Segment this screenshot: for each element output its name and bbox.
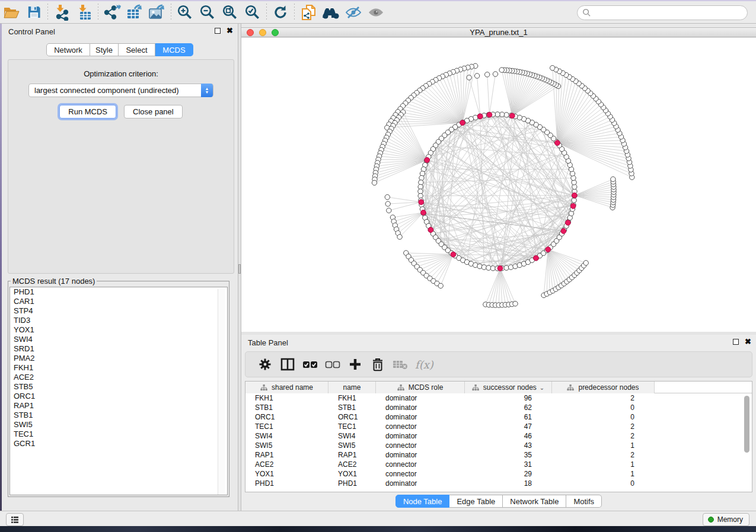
open-file-button[interactable] <box>0 2 23 23</box>
network-window-titlebar[interactable]: YPA_prune.txt_1 <box>241 27 756 37</box>
float-panel-icon[interactable] <box>215 28 221 34</box>
cell-MCDS-role: dominator <box>376 412 465 422</box>
node-table[interactable]: shared namenameMCDS rolesuccessor nodes⌄… <box>245 381 752 492</box>
mcds-result-item[interactable]: CAR1 <box>10 297 227 306</box>
optimization-criterion-select[interactable]: largest connected component (undirected)… <box>28 84 213 97</box>
tab-motifs[interactable]: Motifs <box>566 495 602 508</box>
network-view-panel: YPA_prune.txt_1 <box>241 24 756 332</box>
column-header-shared-name[interactable]: shared name <box>245 382 328 393</box>
deselect-all-rows-button[interactable] <box>321 353 344 376</box>
cell-MCDS-role: connector <box>376 441 465 450</box>
column-header-name[interactable]: name <box>328 382 376 393</box>
new-network-from-selection-button[interactable] <box>297 2 320 23</box>
column-header-predecessor-nodes[interactable]: predecessor nodes <box>552 382 655 393</box>
tab-node-table[interactable]: Node Table <box>395 495 450 508</box>
tab-network-table[interactable]: Network Table <box>503 495 566 508</box>
tab-edge-table[interactable]: Edge Table <box>449 495 503 508</box>
mcds-result-item[interactable]: SRD1 <box>10 344 227 354</box>
mcds-result-item[interactable]: ORC1 <box>10 392 227 401</box>
tab-style[interactable]: Style <box>90 43 119 56</box>
memory-button[interactable]: Memory <box>703 513 749 526</box>
tab-select[interactable]: Select <box>119 43 155 56</box>
search-input[interactable] <box>594 8 736 17</box>
export-network-button[interactable] <box>101 2 123 23</box>
cell-name: ACE2 <box>328 460 376 469</box>
cell-successor-nodes: 31 <box>465 460 552 469</box>
import-table-button[interactable] <box>73 2 95 23</box>
splitter-handle[interactable] <box>238 264 241 274</box>
tab-mcds[interactable]: MCDS <box>155 43 193 56</box>
cell-successor-nodes: 43 <box>465 441 552 450</box>
zoom-in-button[interactable] <box>174 2 196 23</box>
column-header-MCDS-role[interactable]: MCDS role <box>376 382 465 393</box>
mcds-result-item[interactable]: TEC1 <box>10 430 227 439</box>
hide-selected-button[interactable] <box>342 2 365 23</box>
columns-icon <box>280 358 295 371</box>
cell-MCDS-role: connector <box>376 469 465 479</box>
desktop-wallpaper <box>0 526 756 532</box>
list-scrollbar[interactable] <box>218 289 225 495</box>
zoom-fit-button[interactable] <box>219 2 241 23</box>
zoom-selected-button[interactable] <box>241 2 264 23</box>
mcds-result-item[interactable]: SWI4 <box>10 335 227 344</box>
tab-network[interactable]: Network <box>46 43 90 56</box>
mcds-result-item[interactable]: STP4 <box>10 306 227 316</box>
mcds-result-item[interactable]: STB1 <box>10 411 227 420</box>
table-type-tabs: Node TableEdge TableNetwork TableMotifs <box>241 495 756 508</box>
table-scrollbar[interactable] <box>744 396 749 453</box>
export-image-button[interactable] <box>146 2 168 23</box>
network-graph[interactable] <box>241 38 756 332</box>
close-panel-icon[interactable]: ✖ <box>227 28 233 34</box>
mcds-result-item[interactable]: ACE2 <box>10 373 227 382</box>
mcds-result-item[interactable]: RAP1 <box>10 401 227 411</box>
cell-name: TEC1 <box>328 422 376 431</box>
delete-column-button[interactable] <box>366 353 389 376</box>
mcds-result-item[interactable]: PHD1 <box>10 287 227 297</box>
cell-name: RAP1 <box>328 450 376 460</box>
mcds-result-item[interactable]: YOX1 <box>10 325 227 335</box>
mcds-result-item[interactable]: TID3 <box>10 316 227 325</box>
mcds-result-item[interactable]: FKH1 <box>10 363 227 373</box>
table-row[interactable]: TEC1TEC1connector472 <box>245 422 752 431</box>
network-canvas[interactable] <box>241 38 756 332</box>
table-row[interactable]: STB1STB1dominator620 <box>245 403 752 412</box>
table-row[interactable]: SWI5SWI5connector431 <box>245 441 752 450</box>
run-mcds-button[interactable]: Run MCDS <box>59 105 116 118</box>
table-row[interactable]: RAP1RAP1dominator352 <box>245 450 752 460</box>
import-network-button[interactable] <box>50 2 73 23</box>
cell-predecessor-nodes: 2 <box>552 450 655 460</box>
mcds-result-list[interactable]: PHD1CAR1STP4TID3YOX1SWI4SRD1PMA2FKH1ACE2… <box>9 287 228 495</box>
mcds-result-item[interactable]: PMA2 <box>10 354 227 363</box>
close-table-panel-icon[interactable]: ✖ <box>745 339 751 345</box>
table-row[interactable]: YOX1YOX1connector291 <box>245 469 752 479</box>
table-settings-button[interactable] <box>254 353 276 376</box>
select-all-rows-button[interactable] <box>299 353 321 376</box>
close-panel-button[interactable]: Close panel <box>124 105 183 118</box>
column-header-successor-nodes[interactable]: successor nodes⌄ <box>465 382 552 393</box>
float-table-panel-icon[interactable] <box>733 339 739 345</box>
show-all-button[interactable] <box>365 2 387 23</box>
show-panel-list-button[interactable] <box>6 513 24 526</box>
search-field[interactable] <box>577 5 748 20</box>
show-columns-button[interactable] <box>276 353 299 376</box>
table-row[interactable]: ORC1ORC1dominator610 <box>245 412 752 422</box>
save-session-button[interactable] <box>23 2 45 23</box>
mcds-result-item[interactable]: SWI5 <box>10 420 227 430</box>
export-table-button[interactable] <box>123 2 146 23</box>
table-row[interactable]: SWI4SWI4dominator462 <box>245 431 752 441</box>
table-row[interactable]: FKH1FKH1dominator962 <box>245 393 752 403</box>
mcds-result-item[interactable]: STB5 <box>10 382 227 392</box>
table-row[interactable]: ACE2ACE2connector311 <box>245 460 752 469</box>
cell-shared-name: FKH1 <box>245 393 328 403</box>
find-button[interactable] <box>320 2 342 23</box>
cell-successor-nodes: 46 <box>465 431 552 441</box>
zoom-out-button[interactable] <box>196 2 219 23</box>
mcds-result-item[interactable]: GCR1 <box>10 439 227 448</box>
refresh-button[interactable] <box>269 2 292 23</box>
mcds-options-box: Optimization criterion: largest connecte… <box>8 59 234 274</box>
add-column-button[interactable] <box>344 353 366 376</box>
cell-shared-name: STB1 <box>245 403 328 412</box>
table-header-row: shared namenameMCDS rolesuccessor nodes⌄… <box>245 382 752 393</box>
table-row[interactable]: PHD1PHD1dominator180 <box>245 479 752 488</box>
function-builder-button[interactable]: f(x) <box>415 358 433 371</box>
